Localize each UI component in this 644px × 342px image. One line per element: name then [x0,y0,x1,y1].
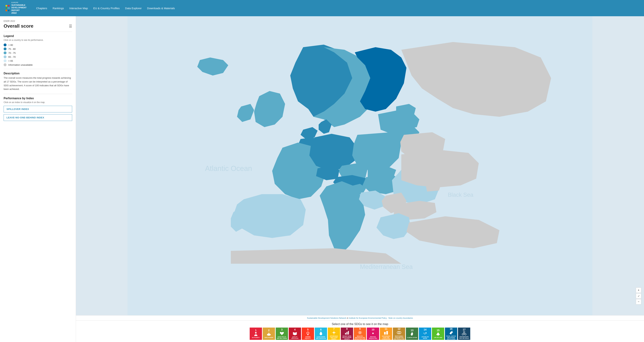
sdg-label-14: LIFE BELOW WATER [420,336,430,339]
svg-marker-28 [436,332,440,335]
nav-downloads-materials[interactable]: Downloads & Materials [147,7,175,10]
map-container[interactable]: Atlantic Ocean Mediterranean Sea Black S… [76,16,644,315]
sdg-number-14: 14 [424,328,426,331]
sdg-label-16: PEACE, JUSTICE AND STRONG INSTITUTIONS [446,336,456,340]
nav-chapters[interactable]: Chapters [36,7,47,10]
legend-color-dot [4,63,6,66]
svg-point-33 [465,334,466,335]
main-header: EUROPE SUSTAINABLEDEVELOPMENTREPORT 2022… [0,0,644,16]
sdg-icon-4[interactable]: 4QUALITY EDUCATION [289,328,301,340]
logo[interactable]: EUROPE SUSTAINABLEDEVELOPMENTREPORT 2022 [6,2,29,14]
sdg-symbol-10 [370,331,376,336]
esdr-label: ESDR 2022 [4,20,72,22]
sdg-icon-16[interactable]: 16PEACE, JUSTICE AND STRONG INSTITUTIONS [445,328,457,340]
sdg-number-2: 2 [268,329,270,332]
logo-title: SUSTAINABLEDEVELOPMENTREPORT [12,4,26,11]
legend-subtitle: Click on a country to see its performanc… [4,39,72,41]
sdg-label-3: GOOD HEALTH AND WELL-BEING [276,336,287,339]
nav-interactive-map[interactable]: Interactive Map [69,7,88,10]
main-layout: ESDR 2022 Overall score ☰ Legend Click o… [0,16,644,342]
sdg-icon-2[interactable]: 2ZERO HUNGER [263,328,275,340]
sdg-icon-9[interactable]: 9INDUSTRY, INNOVATION AND INFRASTRUCTURE [354,328,366,340]
performance-title: Performance by Index [4,97,72,100]
zoom-in-button[interactable]: + [636,288,641,293]
legend-item: 70 - 75 [4,51,72,54]
sdg-label-12: RESPONSIBLE CONSUMPTION AND PRODUCTION [394,336,404,340]
dot-3 [6,7,7,9]
sdg-icon-17[interactable]: 17PARTNERSHIPS FOR THE GOALS [458,328,470,340]
nav-rankings[interactable]: Rankings [52,7,64,10]
sdg-symbol-11 [384,330,388,335]
sdg-symbol-13 [410,332,414,337]
logo-year: 2022 [12,11,26,15]
nav-data-explorer[interactable]: Data Explorer [125,7,142,10]
sdg-icons-row: 1NO POVERTY2ZERO HUNGER3GOOD HEALTH AND … [79,328,641,340]
sdg-icon-10[interactable]: 10REDUCED INEQUALITIES [367,328,379,340]
sdg-label-6: CLEAN WATER AND SANITATION [316,336,326,339]
svg-rect-20 [372,333,374,334]
sdg-symbol-7 [332,330,336,335]
logo-text: EUROPE SUSTAINABLEDEVELOPMENTREPORT 2022 [12,2,26,14]
sdg-label-7: AFFORDABLE AND CLEAN ENERGY [328,336,339,340]
sdg-number-11: 11 [384,328,388,330]
sdg-icon-13[interactable]: 13CLIMATE ACTION [406,328,418,340]
sdg-symbol-3 [279,331,284,336]
sdg-icon-1[interactable]: 1NO POVERTY [250,328,262,340]
attribution-ieep-link[interactable]: Institute for European Environmental Pol… [349,317,387,319]
sdg-icon-5[interactable]: 5GENDER EQUALITY [302,328,314,340]
sdg-symbol-16 [448,330,454,335]
attribution-note-link[interactable]: Note on country boundaries [388,317,413,319]
svg-rect-23 [385,333,385,333]
nav-eu-country-profiles[interactable]: EU & Country Profiles [93,7,120,10]
sdg-number-17: 17 [463,328,466,331]
legend-item: > 80 [4,43,72,46]
sdg-icon-11[interactable]: 11SUSTAINABLE CITIES AND COMMUNITIES [380,328,392,340]
attribution-sdsn-link[interactable]: Sustainable Development Solutions Networ… [307,317,346,319]
lnob-index-button[interactable]: LEAVE-NO-ONE-BEHIND INDEX [4,114,72,121]
sdg-label-2: ZERO HUNGER [264,337,273,339]
svg-rect-16 [345,333,346,335]
europe-map: Atlantic Ocean Mediterranean Sea Black S… [76,16,644,315]
legend-color-dot [4,59,6,62]
legend-items: > 8075 - 8070 - 7565 - 70< 65Information… [4,43,72,66]
legend-item: < 65 [4,59,72,62]
svg-rect-24 [387,332,387,332]
map-attribution: Sustainable Development Solutions Networ… [76,315,644,321]
svg-line-35 [464,333,465,334]
sdg-icon-8[interactable]: 8DECENT WORK AND ECONOMIC GROWTH [341,328,353,340]
performance-subtitle: Click on an index to visualize it on the… [4,101,72,104]
performance-section: Performance by Index Click on an index t… [4,97,72,121]
svg-point-19 [359,332,361,334]
legend-title: Legend [4,34,72,38]
divider-3 [4,94,72,94]
zoom-out-button[interactable]: − [636,299,641,305]
logo-dots [6,5,10,11]
sdg-label-11: SUSTAINABLE CITIES AND COMMUNITIES [380,336,392,340]
sdg-icon-3[interactable]: 3GOOD HEALTH AND WELL-BEING [276,328,288,340]
attribution-ampersand: & [347,317,348,319]
svg-text:Atlantic Ocean: Atlantic Ocean [205,165,252,172]
svg-point-4 [255,332,257,334]
dot-2 [8,5,10,7]
sdg-symbol-6 [318,331,324,336]
svg-rect-17 [346,332,347,335]
spillover-index-button[interactable]: SPILLOVER INDEX [4,106,72,112]
svg-point-31 [464,331,465,333]
title-row: Overall score ☰ [4,23,72,29]
sdg-symbol-12 [396,330,402,335]
svg-text:Mediterranean Sea: Mediterranean Sea [360,263,413,270]
sdg-icon-14[interactable]: 14LIFE BELOW WATER [419,328,431,340]
legend-color-dot [4,51,6,54]
sdg-number-8: 8 [346,328,348,330]
svg-point-5 [267,334,271,336]
sdg-icon-12[interactable]: 12RESPONSIBLE CONSUMPTION AND PRODUCTION [393,328,405,340]
sdg-number-9: 9 [359,328,361,330]
sdg-icon-15[interactable]: 15LIFE ON LAND [432,328,444,340]
fullscreen-button[interactable]: ⤢ [636,293,641,299]
sdg-symbol-8 [344,330,350,335]
legend-item-label: 65 - 70 [8,56,16,58]
sdg-icon-6[interactable]: 6CLEAN WATER AND SANITATION [315,328,327,340]
sdg-number-3: 3 [281,328,282,331]
sdg-icon-7[interactable]: 7AFFORDABLE AND CLEAN ENERGY [328,328,340,340]
menu-icon[interactable]: ☰ [69,24,72,28]
